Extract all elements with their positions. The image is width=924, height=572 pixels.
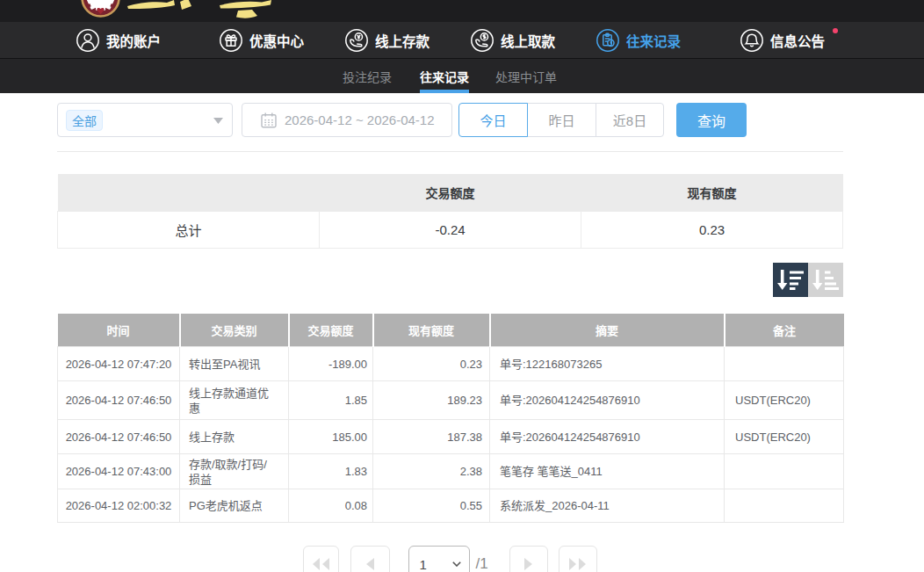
cell-summary: 笔笔存 笔笔送_0411: [490, 454, 725, 489]
summary-current-balance: 0.23: [581, 211, 843, 248]
table-row: 2026-04-12 07:46:50 线上存款通道优惠 1.85 189.23…: [58, 381, 844, 420]
quick-range-group: 今日 昨日 近8日: [458, 103, 664, 137]
page-select[interactable]: 1: [408, 546, 470, 572]
summary-total-label: 总计: [58, 211, 320, 248]
summary-total-row: 总计 -0.24 0.23: [58, 211, 843, 248]
sort-amount-desc-icon: [777, 270, 804, 290]
cell-current-balance: 0.23: [373, 347, 490, 381]
date-range-value: 2026-04-12 ~ 2026-04-12: [285, 112, 435, 127]
search-button[interactable]: 查询: [676, 103, 747, 137]
sort-buttons: [57, 263, 843, 297]
summary-table: 交易额度 现有额度 总计 -0.24 0.23: [57, 174, 843, 249]
table-row: 2026-04-12 07:46:50 线上存款 185.00 187.38 单…: [58, 420, 844, 454]
nav-item-label: 线上存款: [375, 31, 430, 50]
col-header-remark: 备注: [725, 314, 844, 347]
cell-transaction-amount: 1.85: [289, 381, 373, 420]
tab-pending-orders[interactable]: 处理中订单: [495, 59, 557, 93]
next-page-button[interactable]: [509, 546, 548, 572]
tab-betting-records[interactable]: 投注纪录: [343, 59, 392, 93]
col-header-type: 交易类别: [180, 314, 289, 347]
summary-header-current-balance: 现有额度: [581, 174, 843, 211]
summary-header-transaction-amount: 交易额度: [320, 174, 581, 211]
cell-remark: USDT(ERC20): [725, 381, 844, 420]
top-logo-bar: [0, 0, 924, 22]
cell-transaction-amount: -189.00: [289, 347, 373, 381]
cell-current-balance: 187.38: [373, 420, 490, 454]
summary-header-row: 交易额度 现有额度: [58, 174, 843, 211]
records-tabbar: 投注纪录 往来记录 处理中订单: [0, 58, 924, 93]
cell-summary: 系统派发_2026-04-11: [490, 489, 725, 523]
cell-remark: [725, 347, 844, 381]
cell-type: PG老虎机返点: [180, 489, 289, 523]
previous-page-button[interactable]: [350, 546, 390, 572]
cell-time: 2026-04-12 07:43:00: [58, 454, 180, 489]
double-left-arrow-icon: [313, 558, 329, 570]
nav-item-promotions[interactable]: 优惠中心: [220, 29, 304, 52]
records-table: 时间 交易类别 交易额度 现有额度 摘要 备注 2026-04-12 07:47…: [57, 314, 844, 524]
withdraw-hand-coin-icon: [471, 29, 494, 52]
double-right-arrow-icon: [569, 558, 586, 570]
last-page-button[interactable]: [559, 546, 597, 572]
summary-header-empty: [58, 174, 320, 211]
cell-remark: [725, 454, 844, 489]
first-page-button[interactable]: [303, 546, 339, 572]
cell-time: 2026-04-12 02:00:32: [58, 489, 180, 523]
nav-item-transaction-records[interactable]: 往来记录: [596, 29, 681, 52]
cell-current-balance: 189.23: [373, 381, 490, 420]
nav-item-label: 线上取款: [501, 31, 555, 50]
range-button-yesterday[interactable]: 昨日: [527, 103, 596, 137]
nav-item-label: 我的账户: [106, 31, 161, 50]
cell-remark: [725, 489, 844, 523]
calendar-icon: [261, 112, 277, 128]
cell-transaction-amount: 185.00: [289, 420, 373, 454]
tab-transaction-records[interactable]: 往来记录: [420, 59, 469, 93]
date-range-input[interactable]: 2026-04-12 ~ 2026-04-12: [242, 103, 452, 137]
cell-time: 2026-04-12 07:46:50: [58, 381, 180, 420]
summary-transaction-amount: -0.24: [320, 211, 581, 248]
col-header-time: 时间: [58, 314, 180, 347]
nav-item-withdraw[interactable]: 线上取款: [471, 29, 555, 52]
cell-transaction-amount: 1.83: [289, 454, 373, 489]
user-icon: [76, 29, 99, 52]
cell-current-balance: 0.55: [373, 489, 490, 523]
brand-logo[interactable]: [77, 0, 288, 22]
nav-item-label: 往来记录: [626, 31, 681, 50]
notification-dot: [833, 28, 838, 33]
range-button-last8days[interactable]: 近8日: [596, 103, 664, 137]
nav-item-label: 信息公告: [770, 31, 825, 50]
range-button-today[interactable]: 今日: [458, 103, 528, 137]
col-header-summary: 摘要: [490, 314, 725, 347]
transaction-type-select[interactable]: 全部: [57, 103, 233, 137]
main-navbar: 我的账户 优惠中心 线上存款 线上取款: [0, 22, 924, 58]
page-total-label: /1: [475, 555, 487, 572]
nav-item-label: 优惠中心: [249, 31, 304, 50]
sort-descending-button[interactable]: [773, 263, 808, 297]
filter-divider: [57, 151, 843, 152]
deposit-hand-coin-icon: [345, 29, 368, 52]
nav-item-my-account[interactable]: 我的账户: [76, 29, 161, 52]
cell-remark: USDT(ERC20): [725, 420, 844, 454]
cell-time: 2026-04-12 07:46:50: [58, 420, 180, 454]
bell-icon: [740, 29, 763, 52]
nav-item-deposit[interactable]: 线上存款: [345, 29, 430, 52]
col-header-transaction-amount: 交易额度: [289, 314, 373, 347]
cell-type: 存款/取款/打码/损益: [180, 454, 289, 489]
sort-ascending-button[interactable]: [808, 263, 843, 297]
table-row: 2026-04-12 02:00:32 PG老虎机返点 0.08 0.55 系统…: [58, 489, 844, 523]
cell-summary: 单号:122168073265: [490, 347, 725, 381]
records-header-row: 时间 交易类别 交易额度 现有额度 摘要 备注: [58, 314, 844, 347]
selected-type-tag[interactable]: 全部: [66, 110, 103, 131]
nav-item-announcements[interactable]: 信息公告: [740, 29, 825, 52]
cell-type: 线上存款通道优惠: [180, 381, 289, 420]
pagination: 1 /1: [57, 546, 843, 572]
cell-type: 线上存款: [180, 420, 289, 454]
cell-current-balance: 2.38: [373, 454, 490, 489]
sort-amount-asc-icon: [812, 270, 839, 290]
cell-time: 2026-04-12 07:47:20: [58, 347, 180, 381]
page-select-value: 1: [419, 557, 426, 572]
filter-row: 全部 2026-04-12 ~ 2026-04-12 今日 昨日 近8日: [57, 103, 843, 137]
col-header-current-balance: 现有额度: [373, 314, 490, 347]
table-row: 2026-04-12 07:47:20 转出至PA视讯 -189.00 0.23…: [58, 347, 844, 381]
chevron-down-icon: [452, 561, 461, 567]
cell-summary: 单号:202604124254876910: [490, 381, 725, 420]
